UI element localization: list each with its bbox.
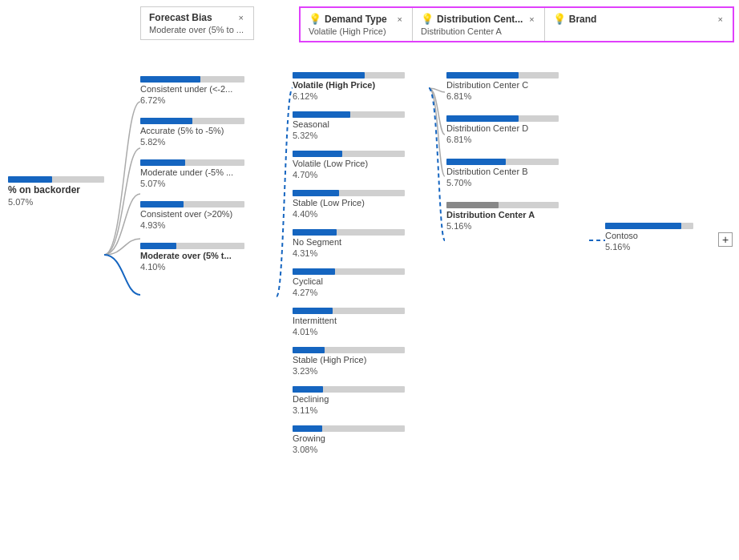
- root-bar-track: [8, 176, 104, 183]
- level3-label-1: Volatile (High Price): [293, 80, 405, 90]
- dist-center-bulb-icon: 💡: [421, 13, 434, 25]
- level5-bar-track-1: [605, 223, 693, 229]
- level5-label-1: Contoso: [605, 231, 693, 240]
- level3-value-3: 4.70%: [293, 170, 405, 179]
- brand-title: Brand: [569, 14, 597, 25]
- level2-node-5[interactable]: Moderate over (5% t... 4.10%: [140, 243, 244, 272]
- level3-bar-fill-3: [293, 151, 342, 157]
- brand-filter[interactable]: 💡 Brand ×: [545, 8, 733, 41]
- level3-node-6[interactable]: Cyclical 4.27%: [293, 268, 405, 297]
- level3-node-1[interactable]: Volatile (High Price) 6.12%: [293, 72, 405, 101]
- level2-node-1[interactable]: Consistent under (<-2... 6.72%: [140, 76, 244, 105]
- demand-type-close[interactable]: ×: [398, 14, 402, 24]
- level3-label-10: Growing: [293, 433, 405, 443]
- root-value: 5.07%: [8, 197, 104, 207]
- level4-value-4: 5.16%: [446, 221, 559, 231]
- brand-bulb-icon: 💡: [553, 13, 566, 25]
- level3-column: Volatile (High Price) 6.12% Seasonal 5.3…: [293, 72, 405, 454]
- level3-bar-fill-10: [293, 425, 322, 432]
- root-label: % on backorder: [8, 184, 104, 195]
- level3-bar-fill-4: [293, 190, 339, 196]
- demand-type-filter[interactable]: 💡 Demand Type × Volatile (High Price): [301, 8, 413, 41]
- expand-button[interactable]: +: [718, 232, 733, 247]
- dist-center-value: Distribution Center A: [421, 26, 535, 36]
- level3-bar-track-3: [293, 151, 405, 157]
- level4-label-2: Distribution Center D: [446, 123, 559, 133]
- level3-node-8[interactable]: Stable (High Price) 3.23%: [293, 347, 405, 376]
- level3-bar-fill-7: [293, 308, 333, 314]
- level5-bar-fill-1: [605, 223, 681, 229]
- demand-type-bulb-icon: 💡: [309, 13, 321, 25]
- level4-bar-fill-3: [446, 159, 506, 165]
- level3-node-9[interactable]: Declining 3.11%: [293, 386, 405, 415]
- level4-bar-track-1: [446, 72, 559, 79]
- level2-bar-track-3: [140, 159, 244, 166]
- level5-node-1[interactable]: Contoso 5.16%: [605, 223, 693, 252]
- level2-value-5: 4.10%: [140, 262, 244, 272]
- dist-center-close[interactable]: ×: [529, 14, 534, 24]
- level2-bar-track-4: [140, 201, 244, 207]
- level4-label-3: Distribution Center B: [446, 167, 559, 176]
- level3-bar-track-7: [293, 308, 405, 314]
- level4-label-4: Distribution Center A: [446, 210, 559, 220]
- forecast-bias-close[interactable]: ×: [239, 13, 244, 22]
- level4-node-3[interactable]: Distribution Center B 5.70%: [446, 159, 559, 187]
- level2-node-2[interactable]: Accurate (5% to -5%) 5.82%: [140, 118, 244, 147]
- forecast-bias-title: Forecast Bias: [149, 12, 212, 23]
- level2-node-4[interactable]: Consistent over (>20%) 4.93%: [140, 201, 244, 230]
- level2-bar-fill-4: [140, 201, 184, 207]
- level4-value-2: 6.81%: [446, 135, 559, 144]
- level2-label-1: Consistent under (<-2...: [140, 84, 244, 94]
- level3-value-2: 5.32%: [293, 131, 405, 140]
- level4-node-1[interactable]: Distribution Center C 6.81%: [446, 72, 559, 101]
- level3-node-5[interactable]: No Segment 4.31%: [293, 229, 405, 258]
- level3-bar-track-2: [293, 111, 405, 118]
- level5-value-1: 5.16%: [605, 242, 693, 252]
- level2-label-4: Consistent over (>20%): [140, 209, 244, 219]
- main-container: Forecast Bias × Moderate over (5% to ...…: [0, 0, 739, 560]
- level3-label-3: Volatile (Low Price): [293, 159, 405, 168]
- demand-type-title: Demand Type: [325, 14, 387, 25]
- level3-bar-track-8: [293, 347, 405, 353]
- level4-bar-fill-2: [446, 115, 519, 122]
- distribution-center-filter[interactable]: 💡 Distribution Cent... × Distribution Ce…: [413, 8, 545, 41]
- level3-label-7: Intermittent: [293, 316, 405, 325]
- level3-label-4: Stable (Low Price): [293, 198, 405, 207]
- level3-node-7[interactable]: Intermittent 4.01%: [293, 308, 405, 336]
- level3-bar-fill-5: [293, 229, 337, 236]
- level3-bar-track-9: [293, 386, 405, 393]
- level3-label-9: Declining: [293, 394, 405, 404]
- dist-center-title: Distribution Cent...: [437, 14, 523, 25]
- level3-label-8: Stable (High Price): [293, 355, 405, 365]
- level4-label-1: Distribution Center C: [446, 80, 559, 90]
- level3-node-10[interactable]: Growing 3.08%: [293, 425, 405, 454]
- level4-node-2[interactable]: Distribution Center D 6.81%: [446, 115, 559, 144]
- level2-bar-track-1: [140, 76, 244, 83]
- level3-bar-fill-1: [293, 72, 365, 79]
- level3-node-4[interactable]: Stable (Low Price) 4.40%: [293, 190, 405, 219]
- highlighted-filter-group: 💡 Demand Type × Volatile (High Price) 💡 …: [299, 6, 734, 42]
- level4-bar-fill-1: [446, 72, 519, 79]
- level2-bar-fill-2: [140, 118, 192, 124]
- level3-bar-fill-2: [293, 111, 350, 118]
- forecast-bias-filter[interactable]: Forecast Bias × Moderate over (5% to ...: [140, 6, 254, 40]
- level3-value-6: 4.27%: [293, 288, 405, 297]
- level4-bar-track-3: [446, 159, 559, 165]
- root-node: % on backorder 5.07%: [8, 176, 104, 207]
- level3-bar-fill-6: [293, 268, 335, 275]
- level2-bar-track-2: [140, 118, 244, 124]
- level3-label-5: No Segment: [293, 237, 405, 247]
- level5-column: Contoso 5.16%: [605, 223, 693, 252]
- level2-bar-fill-1: [140, 76, 200, 83]
- level3-value-5: 4.31%: [293, 248, 405, 258]
- level3-node-3[interactable]: Volatile (Low Price) 4.70%: [293, 151, 405, 179]
- level2-bar-fill-3: [140, 159, 185, 166]
- level3-label-2: Seasonal: [293, 119, 405, 129]
- level4-column: Distribution Center C 6.81% Distribution…: [446, 72, 559, 231]
- brand-close[interactable]: ×: [718, 14, 723, 24]
- level4-node-4[interactable]: Distribution Center A 5.16%: [446, 202, 559, 231]
- level4-bar-track-4: [446, 202, 559, 208]
- level3-node-2[interactable]: Seasonal 5.32%: [293, 111, 405, 140]
- level3-bar-fill-8: [293, 347, 325, 353]
- level2-node-3[interactable]: Moderate under (-5% ... 5.07%: [140, 159, 244, 188]
